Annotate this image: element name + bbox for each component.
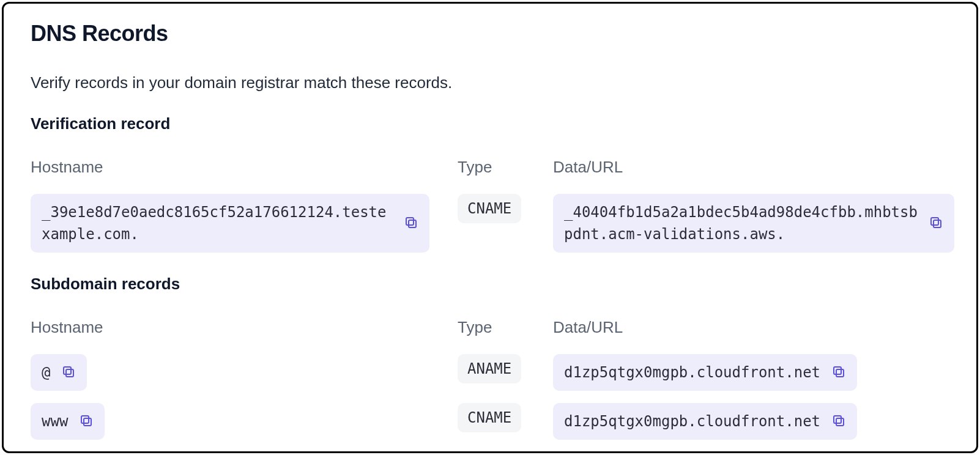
subdomain-table: Hostname Type Data/URL @ ANAME <box>31 318 949 440</box>
subdomain-row: @ ANAME d1zp5qtgx0mgpb.cloudfront.net <box>31 354 949 391</box>
copy-hostname-button[interactable] <box>61 364 76 381</box>
svg-rect-9 <box>81 416 89 423</box>
verification-row: _39e1e8d7e0aedc8165cf52a176612124.testex… <box>31 194 949 253</box>
description-text: Verify records in your domain registrar … <box>31 73 949 92</box>
copy-icon <box>929 215 943 232</box>
verification-header-row: Hostname Type Data/URL <box>31 158 949 177</box>
copy-hostname-button[interactable] <box>79 413 94 430</box>
header-hostname: Hostname <box>31 158 445 177</box>
dns-records-panel: DNS Records Verify records in your domai… <box>2 2 978 453</box>
hostname-value: @ <box>42 361 50 383</box>
svg-rect-8 <box>84 418 91 426</box>
hostname-value: www <box>42 410 68 432</box>
svg-rect-2 <box>934 220 941 228</box>
copy-icon <box>79 413 94 430</box>
data-value: _40404fb1d5a2a1bdec5b4ad98de4cfbb.mhbtsb… <box>564 201 918 245</box>
copy-hostname-button[interactable] <box>404 215 418 232</box>
hostname-chip: @ <box>31 354 87 391</box>
data-chip: d1zp5qtgx0mgpb.cloudfront.net <box>553 354 857 391</box>
header-data: Data/URL <box>553 318 949 337</box>
subdomain-section-title: Subdomain records <box>31 275 949 294</box>
subdomain-row: www CNAME d1zp5qtgx0mgpb.cloudfront.net <box>31 403 949 440</box>
svg-rect-6 <box>836 369 844 377</box>
copy-data-button[interactable] <box>831 413 846 430</box>
copy-data-button[interactable] <box>831 364 846 381</box>
svg-rect-11 <box>834 416 841 423</box>
subdomain-header-row: Hostname Type Data/URL <box>31 318 949 337</box>
svg-rect-3 <box>931 218 938 225</box>
hostname-value: _39e1e8d7e0aedc8165cf52a176612124.testex… <box>42 201 393 245</box>
hostname-chip: www <box>31 403 105 440</box>
type-value: ANAME <box>458 354 521 383</box>
svg-rect-4 <box>66 369 73 377</box>
header-type: Type <box>458 158 541 177</box>
verification-table: Hostname Type Data/URL _39e1e8d7e0aedc81… <box>31 158 949 253</box>
verification-section-title: Verification record <box>31 114 949 133</box>
data-value: d1zp5qtgx0mgpb.cloudfront.net <box>564 361 820 383</box>
copy-icon <box>831 413 846 430</box>
copy-icon <box>404 215 418 232</box>
svg-rect-1 <box>406 218 414 225</box>
page-title: DNS Records <box>31 21 949 46</box>
header-data: Data/URL <box>553 158 949 177</box>
data-chip: _40404fb1d5a2a1bdec5b4ad98de4cfbb.mhbtsb… <box>553 194 954 253</box>
type-value: CNAME <box>458 403 521 432</box>
type-value: CNAME <box>458 194 521 223</box>
svg-rect-7 <box>834 367 841 374</box>
copy-icon <box>831 364 846 381</box>
hostname-chip: _39e1e8d7e0aedc8165cf52a176612124.testex… <box>31 194 429 253</box>
copy-data-button[interactable] <box>929 215 943 232</box>
svg-rect-0 <box>409 220 416 228</box>
svg-rect-10 <box>836 418 844 426</box>
svg-rect-5 <box>64 367 71 374</box>
header-hostname: Hostname <box>31 318 445 337</box>
copy-icon <box>61 364 76 381</box>
header-type: Type <box>458 318 541 337</box>
data-chip: d1zp5qtgx0mgpb.cloudfront.net <box>553 403 857 440</box>
data-value: d1zp5qtgx0mgpb.cloudfront.net <box>564 410 820 432</box>
